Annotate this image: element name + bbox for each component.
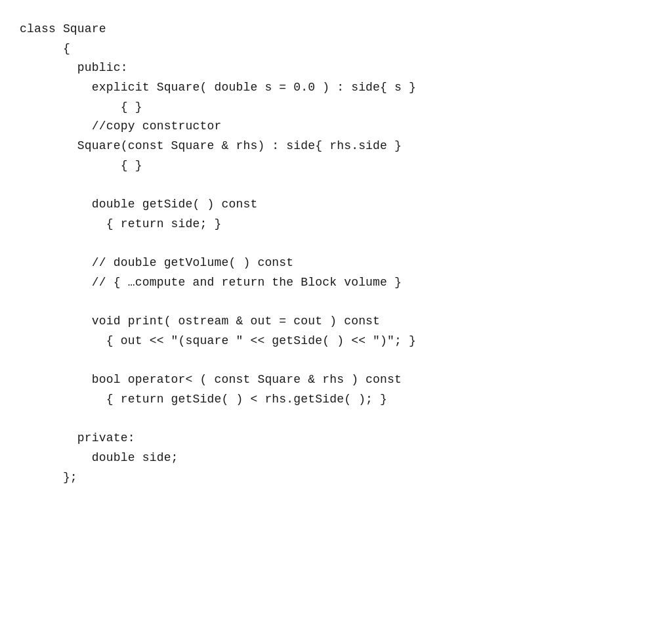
code-display: class Square { public: explicit Square( … xyxy=(20,20,416,488)
